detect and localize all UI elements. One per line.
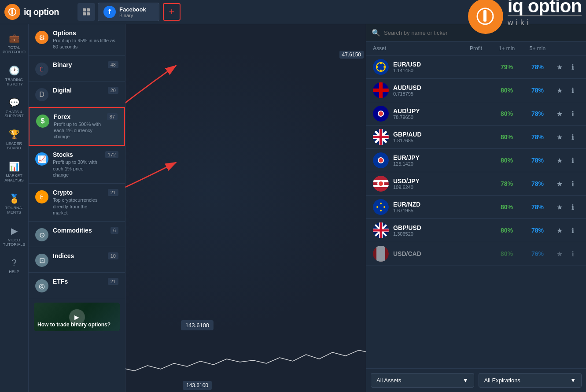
info-eurnzd[interactable]: ℹ bbox=[566, 203, 579, 211]
table-row[interactable]: EUR/NZD 1.671955 80% 78% ★ ℹ bbox=[366, 196, 586, 219]
eur-nzd-flag bbox=[373, 199, 389, 215]
dropdown-panel: ⚙ Options Profit up to 95% in as little … bbox=[29, 24, 125, 392]
analysis-icon: 📊 bbox=[8, 160, 20, 173]
chart-price-indicator: 143.6100 bbox=[181, 320, 214, 330]
all-assets-filter[interactable]: All Assets ▼ bbox=[371, 373, 474, 388]
table-row[interactable]: USD/JPY 109.6240 78% 78% ★ ℹ bbox=[366, 172, 586, 196]
video-thumbnail[interactable]: ▶ How to trade binary options? bbox=[34, 303, 120, 331]
aud-usd-flag bbox=[373, 82, 389, 98]
options-title: Options bbox=[53, 30, 118, 37]
dropdown-item-forex[interactable]: $ Forex Profit up to 500% with each 1% c… bbox=[29, 107, 125, 146]
profit-usdcad: 80% bbox=[491, 250, 522, 257]
info-eurjpy[interactable]: ℹ bbox=[566, 156, 579, 165]
video-icon: ▶ bbox=[8, 225, 20, 237]
all-expirations-filter[interactable]: All Expirations ▼ bbox=[479, 373, 582, 388]
left-sidebar: 💼 TOTALPORTFOLIO 🕐 TRADINGHISTORY 💬 CHAT… bbox=[0, 24, 29, 392]
sidebar-item-history[interactable]: 🕐 TRADINGHISTORY bbox=[1, 61, 27, 90]
forex-desc: Profit up to 500% with each 1% currency … bbox=[54, 121, 103, 140]
help-icon: ? bbox=[8, 256, 20, 269]
bottom-price-label: 143.6100 bbox=[183, 381, 212, 390]
table-row[interactable]: GBP/USD 1.306520 80% 78% ★ ℹ bbox=[366, 219, 586, 242]
asset-pair-gbpaud: GBP/AUD bbox=[393, 131, 491, 138]
1min-usdjpy: 78% bbox=[522, 180, 553, 187]
dropdown-item-crypto[interactable]: ₿ Crypto Top cryptocurrencies directly f… bbox=[29, 184, 125, 222]
profit-eurjpy: 80% bbox=[491, 157, 522, 164]
asset-rate-eurnzd: 1.671955 bbox=[393, 208, 491, 213]
logo-area: iq option bbox=[4, 4, 75, 20]
1min-gbpaud: 78% bbox=[522, 133, 553, 141]
sidebar-label-chat: CHATS &SUPPORT bbox=[4, 110, 23, 119]
sidebar-label-help: HELP bbox=[9, 270, 19, 274]
asset-pair-gbpusd: GBP/USD bbox=[393, 224, 491, 231]
svg-point-40 bbox=[376, 206, 378, 208]
star-gbpaud[interactable]: ★ bbox=[553, 133, 566, 141]
star-eurjpy[interactable]: ★ bbox=[553, 156, 566, 165]
gbp-usd-flag bbox=[373, 222, 389, 238]
info-gbpaud[interactable]: ℹ bbox=[566, 133, 579, 141]
sidebar-item-help[interactable]: ? HELP bbox=[1, 253, 27, 278]
asset-rate-gbpaud: 1.817685 bbox=[393, 138, 491, 143]
sidebar-label-leaderboard: LEADERBOARD bbox=[6, 142, 22, 151]
dropdown-item-stocks[interactable]: 📈 Stocks Profit up to 30% with each 1% p… bbox=[29, 146, 125, 184]
info-audjpy[interactable]: ℹ bbox=[566, 110, 579, 118]
svg-rect-2 bbox=[83, 8, 86, 11]
sidebar-item-videos[interactable]: ▶ VIDEOTUTORIALS bbox=[1, 221, 27, 251]
svg-point-15 bbox=[383, 66, 385, 68]
dropdown-item-binary[interactable]: ₿ Binary 48 bbox=[29, 56, 125, 81]
star-eurnzd[interactable]: ★ bbox=[553, 203, 566, 211]
tab-name: Facebook bbox=[119, 6, 146, 13]
sidebar-item-portfolio[interactable]: 💼 TOTALPORTFOLIO bbox=[1, 29, 27, 58]
col-asset-header: Asset bbox=[373, 45, 461, 52]
bottom-filters: All Assets ▼ All Expirations ▼ bbox=[366, 368, 586, 392]
sidebar-item-tournaments[interactable]: 🏅 TOURNA-MENTS bbox=[1, 189, 27, 218]
sidebar-item-leaderboard[interactable]: 🏆 LEADERBOARD bbox=[1, 125, 27, 154]
grid-button[interactable] bbox=[77, 3, 95, 21]
asset-rate-eurjpy: 125.1420 bbox=[393, 161, 491, 166]
star-usdcad[interactable]: ★ bbox=[553, 250, 566, 258]
info-gbpusd[interactable]: ℹ bbox=[566, 226, 579, 235]
svg-rect-4 bbox=[83, 12, 86, 15]
col-1min-header: 1+ min bbox=[491, 45, 522, 52]
active-tab[interactable]: f Facebook Binary bbox=[98, 3, 159, 21]
svg-rect-50 bbox=[376, 246, 385, 262]
asset-pair-audjpy: AUD/JPY bbox=[393, 107, 491, 115]
info-usdjpy[interactable]: ℹ bbox=[566, 180, 579, 188]
1min-eurjpy: 78% bbox=[522, 157, 553, 164]
crypto-count: 21 bbox=[108, 189, 118, 196]
1min-gbpusd: 78% bbox=[522, 227, 553, 234]
main-layout: 💼 TOTALPORTFOLIO 🕐 TRADINGHISTORY 💬 CHAT… bbox=[0, 24, 586, 392]
table-row[interactable]: AUD/JPY 78.79650 80% 78% ★ ℹ bbox=[366, 102, 586, 126]
sidebar-item-analysis[interactable]: 📊 MARKETANALYSIS bbox=[1, 157, 27, 186]
svg-rect-28 bbox=[380, 129, 382, 145]
asset-pair-eurnzd: EUR/NZD bbox=[393, 201, 491, 208]
table-row[interactable]: GBP/AUD 1.817685 80% 78% ★ ℹ bbox=[366, 126, 586, 149]
asset-rate-usdjpy: 109.6240 bbox=[393, 185, 491, 190]
table-row[interactable]: EUR/USD 1.141450 79% 78% ★ ℹ bbox=[366, 55, 586, 79]
dropdown-item-indices[interactable]: ⊡ Indices 10 bbox=[29, 247, 125, 273]
sidebar-item-chat[interactable]: 💬 CHATS &SUPPORT bbox=[1, 93, 27, 122]
dropdown-item-options[interactable]: ⚙ Options Profit up to 95% in as little … bbox=[29, 24, 125, 56]
svg-rect-48 bbox=[380, 222, 382, 238]
info-audusd[interactable]: ℹ bbox=[566, 86, 579, 95]
dropdown-item-etfs[interactable]: ◎ ETFs 21 bbox=[29, 273, 125, 298]
info-eurusd[interactable]: ℹ bbox=[566, 63, 579, 71]
table-row[interactable]: AUD/USD 0.718795 80% 78% ★ ℹ bbox=[366, 79, 586, 102]
dropdown-item-digital[interactable]: D Digital 20 bbox=[29, 81, 125, 107]
star-gbpusd[interactable]: ★ bbox=[553, 226, 566, 235]
iq-wiki-logo: iq option wiki bbox=[468, 0, 582, 30]
table-row[interactable]: EUR/JPY 125.1420 80% 78% ★ ℹ bbox=[366, 149, 586, 172]
table-row[interactable]: USD/CAD 80% 76% ★ ℹ bbox=[366, 242, 586, 266]
star-audjpy[interactable]: ★ bbox=[553, 110, 566, 118]
star-eurusd[interactable]: ★ bbox=[553, 63, 566, 71]
etfs-icon: ◎ bbox=[35, 279, 48, 292]
profit-gbpaud: 80% bbox=[491, 133, 522, 141]
svg-rect-5 bbox=[87, 12, 90, 15]
crypto-title: Crypto bbox=[53, 189, 103, 196]
info-usdcad[interactable]: ℹ bbox=[566, 250, 579, 258]
add-tab-button[interactable]: + bbox=[163, 3, 181, 21]
star-audusd[interactable]: ★ bbox=[553, 86, 566, 95]
stocks-title: Stocks bbox=[53, 151, 101, 158]
dropdown-item-commodities[interactable]: ⊙ Commodities 6 bbox=[29, 222, 125, 247]
star-usdjpy[interactable]: ★ bbox=[553, 180, 566, 188]
price-overlay: 47.6150 bbox=[339, 51, 364, 59]
